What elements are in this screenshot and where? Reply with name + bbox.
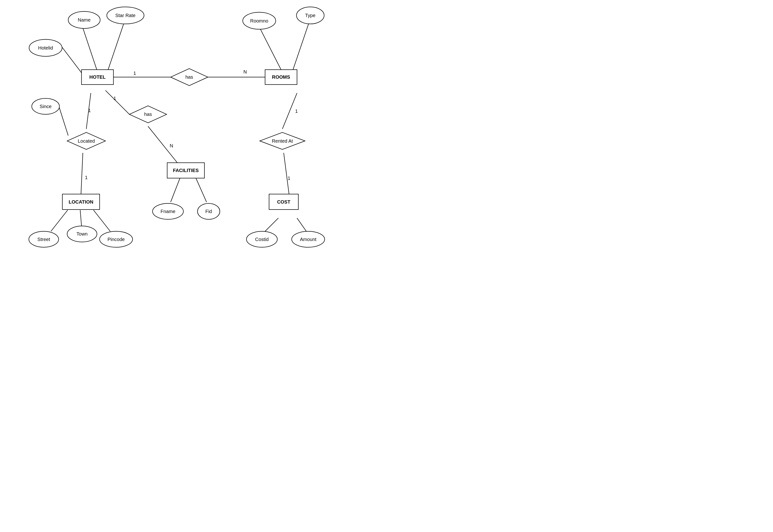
street-label: Street: [37, 237, 50, 242]
cardinality-hotel-located: 1: [88, 108, 91, 113]
svg-line-3: [260, 28, 281, 70]
roomno-label: Roomno: [250, 18, 268, 23]
amount-label: Amount: [300, 237, 316, 242]
hotel-label: HOTEL: [89, 74, 105, 80]
hotelid-label: Hotelid: [38, 45, 53, 50]
cardinality-rooms-has1: N: [243, 69, 247, 74]
rooms-label: ROOMS: [272, 74, 290, 80]
svg-line-16: [51, 210, 68, 231]
svg-line-1: [108, 23, 124, 70]
cardinality-rooms-rentedat: 1: [295, 109, 298, 114]
svg-line-19: [265, 218, 278, 231]
svg-line-13: [283, 153, 289, 194]
costid-label: Costid: [255, 237, 269, 242]
cardinality-facilities-has2: N: [170, 143, 173, 148]
located-label: Located: [78, 138, 95, 144]
pincode-label: Pincode: [107, 237, 125, 242]
svg-line-11: [59, 106, 68, 136]
svg-line-15: [196, 178, 206, 202]
svg-line-18: [93, 210, 110, 231]
cardinality-cost-rentedat: 1: [287, 176, 290, 181]
cost-label: COST: [277, 199, 290, 205]
svg-line-12: [282, 93, 297, 129]
svg-line-14: [171, 178, 180, 202]
has-hotel-facilities-label: has: [144, 112, 152, 117]
since-label: Since: [40, 104, 52, 109]
cardinality-location-located: 1: [85, 175, 87, 180]
svg-line-4: [293, 23, 309, 70]
svg-line-10: [81, 153, 83, 194]
has-hotel-rooms-label: has: [185, 74, 193, 80]
fname-label: Fname: [160, 209, 175, 214]
name-label: Name: [78, 17, 91, 23]
svg-line-20: [297, 218, 306, 231]
location-label: LOCATION: [69, 199, 93, 205]
facilities-label: FACILITIES: [173, 168, 199, 173]
type-label: Type: [305, 13, 315, 18]
svg-line-0: [83, 28, 97, 72]
fid-label: Fid: [205, 209, 212, 214]
cardinality-hotel-has2: 1: [113, 96, 116, 101]
svg-line-7: [105, 90, 129, 114]
star-rate-label: Star Rate: [115, 13, 135, 18]
rented-at-label: Rented At: [272, 138, 293, 144]
town-label: Town: [76, 231, 87, 236]
svg-line-17: [80, 210, 82, 226]
cardinality-hotel-has1: 1: [133, 71, 136, 76]
